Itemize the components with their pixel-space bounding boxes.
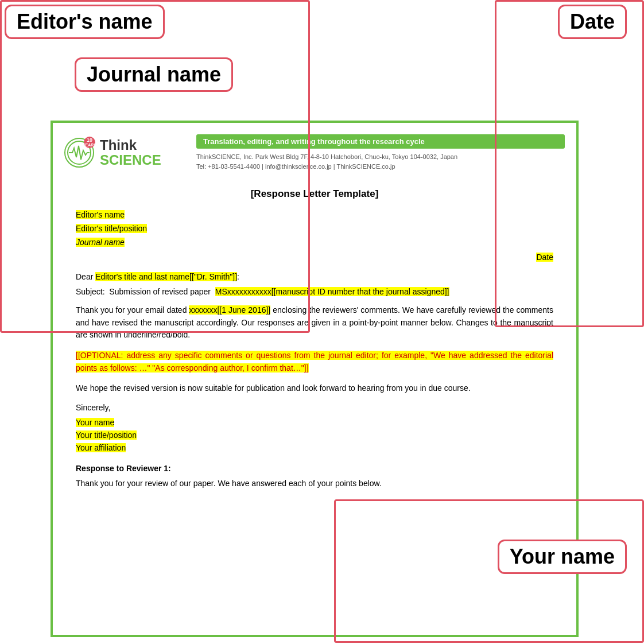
field-editors-title: Editor's title/position [76, 224, 553, 233]
journal-name-annotation: Journal name [75, 57, 233, 92]
logo-area: 10 YEARS Think SCIENCE [64, 138, 191, 168]
sincerely-line: Sincerely, [76, 403, 553, 412]
reviewer-title: Response to Reviewer 1: [76, 464, 553, 473]
field-editors-name: Editor's name [76, 210, 553, 219]
optional-paragraph: [[OPTIONAL: address any specific comment… [76, 350, 553, 374]
reviewer-paragraph: Thank you for your review of our paper. … [76, 478, 553, 490]
sig-your-name: Your name [76, 418, 553, 427]
body-paragraph-2: We hope the revised version is now suita… [76, 382, 553, 395]
document-title: [Response Letter Template] [76, 188, 553, 200]
logo-badge: 10 YEARS [84, 137, 95, 148]
your-name-annotation: Your name [498, 540, 627, 574]
document-header: 10 YEARS Think SCIENCE Translation, edit… [53, 123, 576, 177]
sig-your-title: Your title/position [76, 430, 553, 440]
dear-line: Dear Editor's title and last name[["Dr. … [76, 272, 553, 281]
editors-name-annotation: Editor's name [5, 5, 165, 39]
body-paragraph-1: Thank you for your email dated xxxxxxx[[… [76, 304, 553, 342]
header-tagline: Translation, editing, and writing throug… [196, 134, 565, 149]
subject-line: Subject: Submission of revised paper MSx… [76, 287, 553, 296]
header-right: Translation, editing, and writing throug… [191, 134, 565, 171]
header-contact: ThinkSCIENCE, Inc. Park West Bldg 7F, 4-… [196, 152, 565, 171]
logo-circle: 10 YEARS [64, 138, 94, 168]
field-date: Date [76, 253, 553, 262]
document-body: [Response Letter Template] Editor's name… [53, 177, 576, 502]
sig-your-affiliation: Your affiliation [76, 443, 553, 452]
field-journal-name: Journal name [76, 238, 553, 247]
date-annotation: Date [558, 5, 627, 39]
logo-text: Think SCIENCE [100, 138, 161, 168]
